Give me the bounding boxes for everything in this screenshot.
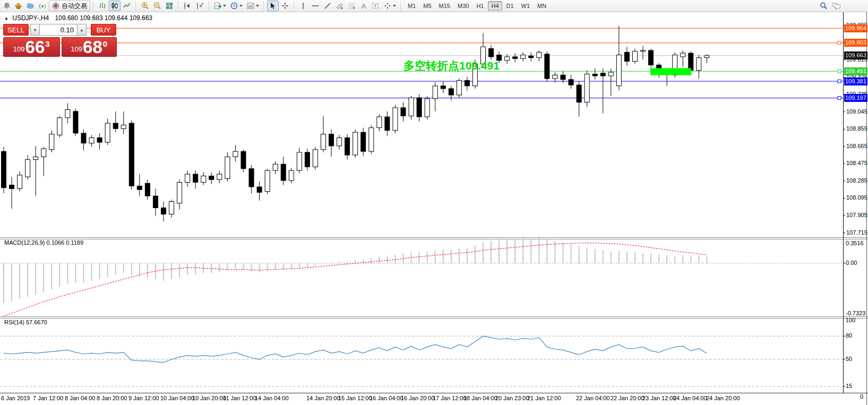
sell-price-big-figure: 109 (13, 45, 25, 53)
horizontal-line-tool-icon[interactable] (310, 1, 321, 11)
buy-button[interactable]: BUY (91, 24, 116, 36)
price-tick-label: 107.715 (846, 229, 867, 236)
volume-input[interactable]: 0.10 (40, 24, 77, 36)
price-tick-label: 109.045 (846, 108, 867, 115)
time-axis-label: 9 Jan 12:00 (128, 395, 159, 401)
tab-timeframe-m30[interactable]: M30 (454, 1, 472, 11)
trendline-tool-icon[interactable] (322, 1, 333, 11)
buy-price-button[interactable]: 109 68 0 (62, 37, 117, 57)
autotrade-stop-icon (52, 2, 59, 10)
one-click-trading-panel: SELL ▼ 0.10 ▲ BUY 109 66 3 109 68 0 (3, 24, 117, 57)
time-axis-label: 24 Jan 04:00 (673, 395, 707, 401)
macd-tick-label: -0.7323 (846, 310, 865, 316)
bar-chart-icon[interactable] (97, 1, 108, 11)
tab-timeframe-d1[interactable]: D1 (503, 1, 517, 11)
price-tick-label: 108.285 (846, 177, 867, 184)
time-axis-label: 8 Jan 04:00 (65, 395, 96, 401)
time-axis-label: 22 Jan 04:00 (576, 395, 610, 401)
toolbar-separator (93, 2, 94, 10)
price-tick-label: 108.095 (846, 194, 867, 201)
tab-timeframe-h4[interactable]: H4 (488, 1, 502, 11)
arrows-tool-icon[interactable] (382, 1, 398, 11)
time-axis-label: 24 Jan 20:00 (706, 395, 740, 401)
time-axis-label: 6 Jan 2019 (1, 395, 30, 401)
rsi-tick-label: 80 (846, 332, 852, 339)
time-axis-label: 15 Jan 12:00 (338, 395, 372, 401)
crosshair-icon[interactable] (279, 1, 291, 11)
time-axis-label: 21 Jan 12:00 (527, 395, 561, 401)
equidistant-channel-tool-icon[interactable]: E (334, 1, 346, 11)
price-tick-label: 108.855 (846, 125, 867, 132)
chevron-down-icon (393, 5, 396, 7)
zoom-in-icon[interactable] (139, 1, 151, 11)
tab-timeframe-w1[interactable]: W1 (518, 1, 534, 11)
toolbar-separator (294, 2, 295, 10)
new-order-button[interactable]: 单 (2, 2, 12, 11)
time-axis-label: 8 Jan 20:00 (97, 395, 127, 401)
one-click-collapse-icon[interactable]: ▲ (4, 16, 8, 21)
axis-corner-text: 0 (860, 393, 863, 400)
autotrade-button[interactable]: 自动交易 (49, 1, 90, 11)
pivot-annotation[interactable]: 多空转折点109.491 (403, 58, 500, 73)
svg-text:T: T (374, 4, 377, 8)
macd-indicator-label: MACD(12,26,9) 0.1066 0.1189 (4, 239, 83, 246)
macd-tick-label: 0.00 (846, 260, 857, 266)
tile-windows-icon[interactable] (164, 1, 175, 11)
chart-symbol: USDJPY-,H4 (12, 14, 49, 22)
time-axis-label: 10 Jan 20:00 (192, 395, 226, 401)
toolbar: 单 自动交易 (0, 0, 868, 12)
cloud-upload-icon[interactable] (24, 1, 36, 11)
svg-text:F: F (353, 6, 355, 10)
chevron-down-icon (256, 5, 259, 7)
time-axis-label: 10 Jan 04:00 (160, 395, 194, 401)
volume-up-button[interactable]: ▲ (77, 24, 87, 36)
fibonacci-tool-icon[interactable]: F (346, 1, 358, 11)
zoom-out-icon[interactable] (151, 1, 163, 11)
sell-price-button[interactable]: 109 66 3 (3, 37, 60, 57)
signal-icon[interactable] (37, 1, 48, 11)
seal-icon[interactable] (12, 1, 24, 11)
buy-price-pipette: 0 (103, 39, 107, 48)
rsi-tick-label: 50 (846, 356, 852, 362)
vertical-line-tool-icon[interactable] (297, 1, 309, 11)
text-tool-icon[interactable]: A (358, 1, 369, 11)
tab-timeframe-h1[interactable]: H1 (473, 1, 487, 11)
price-flag: 109.803 (844, 39, 867, 47)
toolbar-separator (178, 2, 179, 10)
template-icon[interactable] (245, 1, 261, 11)
chart-ohlc: 109.680 109.683 109.644 109.663 (55, 14, 153, 22)
period-icon[interactable] (228, 1, 244, 11)
price-tick-label: 107.905 (846, 212, 867, 218)
tab-timeframe-mn[interactable]: MN (534, 1, 549, 11)
line-chart-icon[interactable] (121, 1, 133, 11)
sell-price-pips: 66 (25, 38, 45, 56)
sell-button[interactable]: SELL (3, 24, 29, 36)
cursor-icon[interactable] (267, 1, 279, 11)
time-axis-label: 14 Jan 04:00 (255, 395, 289, 401)
chart-title: ▲ USDJPY-,H4 109.680 109.683 109.644 109… (4, 14, 152, 22)
buy-price-big-figure: 109 (71, 45, 82, 53)
add-indicator-icon[interactable] (212, 1, 228, 11)
chart-shift-icon[interactable] (194, 1, 205, 11)
time-axis-label: 16 Jan 04:00 (369, 395, 403, 401)
price-tick-label: 108.475 (846, 160, 867, 166)
toolbar-separator (135, 2, 136, 10)
search-icon[interactable] (818, 1, 829, 11)
toolbar-separator (208, 2, 209, 10)
rsi-indicator-label: RSI(14) 57.6670 (4, 319, 47, 325)
autotrade-label: 自动交易 (62, 2, 87, 11)
volume-down-button[interactable]: ▼ (30, 24, 40, 36)
toolbar-separator (263, 2, 264, 10)
candlestick-chart-icon[interactable] (109, 1, 121, 11)
timeframe-list: M1M5M15M30H1H4D1W1MN (404, 1, 550, 11)
label-tool-icon[interactable]: T (369, 1, 381, 11)
time-axis-label: 17 Jan 12:00 (433, 395, 467, 401)
sell-price-pipette: 3 (45, 39, 49, 48)
svg-text:E: E (341, 6, 343, 10)
time-axis-label: 23 Jan 12:00 (642, 395, 676, 401)
auto-scroll-icon[interactable] (182, 1, 193, 11)
tab-timeframe-m1[interactable]: M1 (405, 1, 419, 11)
tab-timeframe-m15[interactable]: M15 (436, 1, 453, 11)
chat-icon[interactable] (830, 1, 843, 11)
tab-timeframe-m5[interactable]: M5 (420, 1, 434, 11)
